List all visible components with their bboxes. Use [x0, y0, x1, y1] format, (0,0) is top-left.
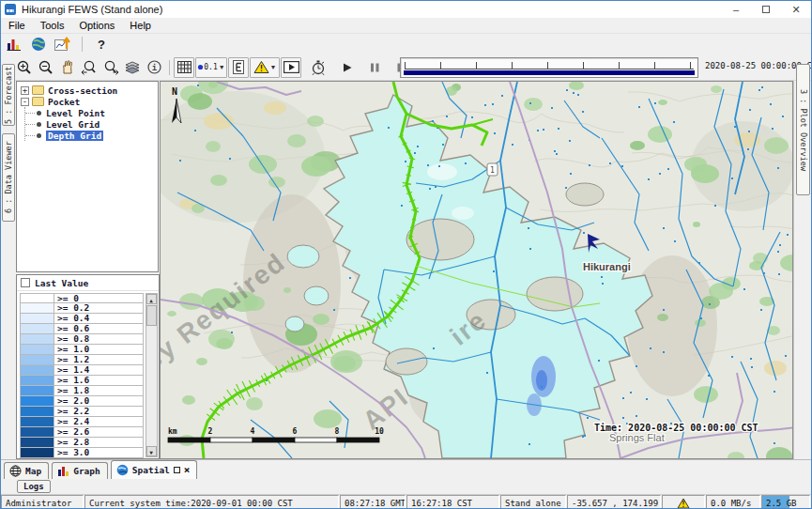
legend-swatch: [21, 345, 54, 354]
maximize-icon: [762, 6, 770, 13]
legend-swatch: [21, 365, 54, 375]
tree-node-label: Cross-section: [48, 85, 117, 96]
svg-text:1: 1: [490, 166, 495, 175]
thresholds-warning-button[interactable]: ! ▼: [250, 57, 280, 78]
svg-text:km: km: [168, 427, 177, 436]
legend-value: >= 1.2: [54, 355, 89, 364]
zoom-in-button[interactable]: [14, 57, 35, 78]
map-globe-icon: [9, 465, 22, 477]
legend-value: >= 2.6: [54, 427, 89, 437]
svg-text:!: !: [682, 501, 686, 509]
menu-help[interactable]: Help: [122, 19, 159, 32]
tree-leaf-level-point[interactable]: Level Point: [25, 107, 158, 118]
graph-icon: [57, 465, 69, 477]
tree-leaf-level-grid[interactable]: Level Grid: [25, 118, 158, 130]
classification-threshold-button[interactable]: 0.1 ▼: [195, 57, 227, 78]
menu-options[interactable]: Options: [71, 19, 122, 32]
map-viewport[interactable]: API Key RequiredAPI Key Required: [160, 81, 793, 459]
svg-text:2: 2: [207, 427, 212, 436]
chevron-down-icon: ▼: [219, 64, 225, 70]
close-button[interactable]: ✕: [781, 1, 811, 18]
toolbar-separator: [82, 37, 83, 52]
chevron-down-icon: ▼: [270, 64, 277, 70]
label-display-button[interactable]: [228, 57, 249, 78]
minimize-button[interactable]: –: [721, 1, 751, 18]
legend-value: >= 0.2: [54, 303, 89, 313]
scroll-thumb[interactable]: [146, 305, 157, 326]
map-display-button[interactable]: [29, 36, 48, 53]
time-slider-ruler: [405, 62, 694, 69]
status-download-speed: 0.0 MB/s: [706, 495, 760, 509]
left-tab-strip: 5 : Forecast6 : Data Viewer: [1, 81, 16, 459]
svg-text:10: 10: [375, 427, 384, 436]
map-time-label: Time: 2020-08-25 00:00:00 CST: [594, 423, 758, 433]
scroll-up-icon[interactable]: ▲: [146, 294, 157, 304]
legend-scrollbar[interactable]: ▲ ▼: [146, 293, 158, 457]
tab-graph[interactable]: Graph: [52, 462, 108, 479]
timer-button[interactable]: [308, 57, 329, 78]
threshold-value: 0.1: [204, 63, 217, 71]
panel-tab-data-viewer[interactable]: 6 : Data Viewer: [2, 133, 15, 222]
toolbar-separator: [169, 60, 170, 75]
legend-swatch: [21, 396, 54, 406]
pause-button[interactable]: [364, 57, 385, 78]
logs-button[interactable]: Logs: [17, 480, 51, 493]
legend-value: >= 1.8: [54, 386, 89, 395]
main-toolbar: ?: [1, 34, 811, 54]
zoom-next-button[interactable]: [100, 57, 121, 78]
bullet-icon: [37, 133, 41, 138]
pan-hand-button[interactable]: [57, 57, 78, 78]
legend-value: >= 0: [54, 294, 79, 302]
tree-node-pocket[interactable]: -Pocket: [20, 96, 158, 107]
panel-tab-forecast[interactable]: 5 : Forecast: [2, 64, 15, 126]
tab-close-icon[interactable]: ×: [184, 466, 191, 474]
legend-value: >= 3.0: [54, 448, 89, 457]
status-mode: Stand alone: [500, 495, 566, 509]
panel-tab-plot-overview[interactable]: 3 : Plot Overview: [796, 64, 810, 195]
legend-swatch: [21, 303, 54, 313]
status-local-time: 16:27:18 CST: [406, 495, 499, 509]
scroll-down-icon[interactable]: ▼: [146, 446, 157, 456]
info-button[interactable]: i: [144, 57, 164, 78]
tab-spatial[interactable]: Spatial×: [111, 460, 198, 479]
legend-value: >= 0.4: [54, 314, 89, 323]
zoom-previous-button[interactable]: [79, 57, 100, 78]
status-user: Administrator: [1, 495, 84, 509]
forecast-dialog-button[interactable]: [54, 36, 72, 53]
legend-swatch: [21, 314, 54, 323]
legend-swatch: [21, 427, 54, 437]
legend-swatch: [21, 294, 54, 302]
layers-button[interactable]: [122, 57, 143, 78]
legend-value: >= 2.4: [54, 417, 89, 426]
legend-value: >= 1.4: [54, 365, 89, 375]
legend-value: >= 0.8: [54, 334, 89, 344]
grid-display-button[interactable]: [174, 57, 194, 78]
maximize-button[interactable]: [751, 1, 781, 18]
tab-label: Graph: [73, 466, 100, 476]
tab-map[interactable]: Map: [4, 462, 49, 479]
time-slider[interactable]: [400, 57, 698, 78]
svg-text:6: 6: [292, 427, 297, 436]
menu-file[interactable]: File: [1, 19, 33, 32]
timeseries-dialog-button[interactable]: [5, 36, 23, 53]
animation-display-button[interactable]: [281, 57, 301, 78]
tab-restore-icon[interactable]: [174, 467, 180, 473]
svg-text:8: 8: [334, 427, 339, 436]
zoom-out-button[interactable]: [36, 57, 56, 78]
tree-leaf-depth-grid[interactable]: Depth Grid: [25, 130, 158, 141]
svg-text:!: !: [258, 64, 263, 73]
tree-expander-icon[interactable]: -: [21, 98, 29, 106]
menu-tools[interactable]: Tools: [33, 19, 72, 32]
tree-leaf-label: Depth Grid: [46, 131, 103, 141]
last-value-checkbox[interactable]: [21, 278, 30, 287]
help-button[interactable]: ?: [92, 36, 111, 53]
status-warning-cell[interactable]: !: [662, 495, 705, 509]
road-shield: 1: [487, 163, 498, 176]
map-canvas[interactable]: API Key RequiredAPI Key Required: [161, 82, 793, 458]
svg-text:N: N: [172, 86, 177, 97]
legend-table: >= 0>= 0.2>= 0.4>= 0.6>= 0.8>= 1.0>= 1.2…: [20, 293, 144, 458]
tree-node-cross-section[interactable]: +Cross-section: [20, 85, 158, 96]
tree-expander-icon[interactable]: +: [21, 86, 29, 95]
play-button[interactable]: [337, 57, 358, 78]
folder-icon: [32, 97, 44, 106]
